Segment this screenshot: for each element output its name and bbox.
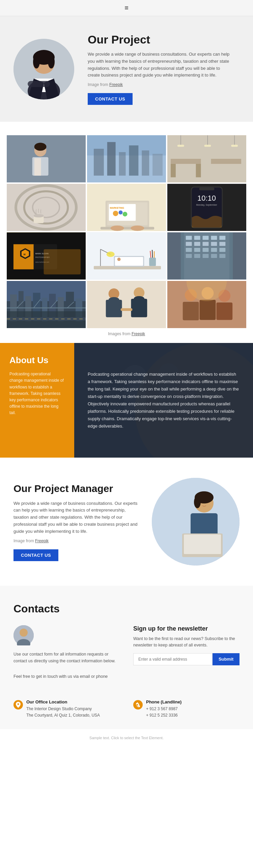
svg-rect-76	[149, 258, 156, 266]
svg-point-47	[123, 212, 128, 216]
svg-rect-83	[186, 236, 192, 240]
svg-rect-55	[199, 187, 215, 190]
gallery-freepik-link[interactable]: Freepik	[132, 331, 145, 336]
pm-contact-button[interactable]: CONTACT US	[13, 549, 58, 561]
location-icon	[13, 700, 23, 710]
about-section: About Us Podcasting operational change m…	[0, 343, 253, 458]
office-location-label: Our Office Location	[26, 699, 100, 704]
svg-point-75	[117, 258, 121, 261]
svg-point-14	[34, 143, 47, 151]
svg-rect-86	[211, 236, 217, 240]
svg-rect-99	[194, 254, 200, 258]
phone-label: Phone (Landline)	[146, 699, 181, 704]
pm-image-credit: Image from Freepik	[13, 539, 138, 543]
gallery-item	[7, 184, 86, 231]
svg-point-128	[134, 296, 144, 301]
svg-rect-88	[186, 242, 192, 246]
svg-rect-152	[184, 534, 221, 554]
svg-rect-132	[183, 302, 199, 320]
svg-rect-97	[219, 248, 225, 252]
office-location-line1: The Interior Design Studio Company	[26, 706, 100, 712]
newsletter-form: Submit	[133, 653, 240, 665]
newsletter-title: Sign up for the newsletter	[133, 625, 240, 632]
office-location-content: Our Office Location The Interior Design …	[26, 699, 100, 719]
svg-rect-25	[211, 159, 241, 164]
contacts-title: Contacts	[13, 603, 240, 615]
pm-title: Our Project Manager	[13, 483, 138, 495]
svg-rect-85	[203, 236, 209, 240]
svg-rect-90	[203, 242, 209, 246]
newsletter-email-input[interactable]	[133, 653, 213, 665]
phone-line1: + 912 3 567 8987	[146, 706, 181, 712]
about-orange-text: Podcasting operational change management…	[9, 371, 65, 416]
svg-point-153	[201, 501, 203, 503]
hero-contact-button[interactable]: CONTACT US	[88, 93, 133, 105]
svg-rect-26	[171, 164, 176, 177]
svg-point-125	[109, 297, 119, 302]
svg-rect-84	[194, 236, 200, 240]
newsletter-submit-button[interactable]: Submit	[213, 653, 240, 665]
freepik-link[interactable]: Freepik	[109, 82, 123, 87]
contacts-form-text-2: Feel free to get in touch with us via em…	[13, 673, 120, 680]
svg-rect-19	[119, 152, 126, 176]
svg-point-154	[205, 501, 207, 503]
gallery-item: M MARK SLOAN PHOTOGRAPHER www.marksloan.…	[7, 232, 86, 280]
svg-point-72	[107, 252, 115, 257]
contacts-right: Sign up for the newsletter Want to be th…	[133, 625, 240, 683]
gallery-grid: MARKETING 10:10	[7, 135, 246, 328]
svg-text:MARKETING: MARKETING	[110, 207, 124, 209]
contact-info-row: Our Office Location The Interior Design …	[13, 693, 240, 719]
gallery-section: MARKETING 10:10	[0, 122, 253, 343]
hero-title: Our Project	[88, 33, 233, 46]
svg-rect-89	[194, 242, 200, 246]
header: ≡	[0, 0, 253, 16]
svg-rect-17	[94, 149, 104, 176]
svg-point-49	[111, 226, 124, 231]
gallery-item	[167, 232, 246, 280]
svg-rect-9	[28, 81, 50, 87]
gallery-item: 10:10 Monday, September	[167, 184, 246, 231]
about-title: About Us	[9, 355, 65, 366]
svg-rect-27	[196, 164, 201, 177]
hero-image-credit: Image from Freepik	[88, 82, 233, 87]
contacts-grid: Use our contact form for all information…	[13, 625, 240, 683]
contacts-section: Contacts Use our contact form for all in…	[0, 586, 253, 729]
gallery-item	[7, 281, 86, 328]
gallery-credit: Images from Freepik	[7, 331, 246, 336]
svg-rect-101	[211, 254, 217, 258]
gallery-item	[167, 135, 246, 182]
menu-icon[interactable]: ≡	[124, 4, 129, 12]
svg-point-50	[131, 226, 144, 231]
svg-rect-48	[101, 227, 154, 230]
about-content: Podcasting operational change management…	[74, 343, 253, 458]
svg-rect-98	[186, 254, 192, 258]
pm-freepik-link[interactable]: Freepik	[35, 539, 49, 543]
svg-point-45	[113, 211, 118, 216]
footer-sample-text: Sample text. Click to select the Text El…	[0, 729, 253, 747]
pm-image	[152, 478, 240, 566]
gallery-item: MARKETING	[87, 184, 166, 231]
svg-rect-18	[107, 142, 116, 176]
phone-item: Phone (Landline) + 912 3 567 8987 + 912 …	[133, 699, 240, 719]
svg-rect-24	[171, 159, 201, 164]
hero-description: We provide a wide range of business cons…	[88, 51, 233, 79]
about-main-text: Podcasting operational change management…	[88, 371, 240, 430]
about-orange-box: About Us Podcasting operational change m…	[0, 343, 74, 458]
svg-point-5	[48, 55, 55, 68]
contacts-form-text-1: Use our contact form for all information…	[13, 651, 120, 664]
svg-rect-93	[186, 248, 192, 252]
svg-text:M: M	[24, 253, 26, 256]
svg-rect-29	[177, 145, 184, 147]
contacts-left: Use our contact form for all information…	[13, 625, 120, 683]
svg-text:10:10: 10:10	[197, 194, 216, 202]
svg-rect-20	[129, 145, 138, 176]
svg-rect-92	[219, 242, 225, 246]
svg-rect-67	[44, 249, 81, 274]
gallery-item	[167, 281, 246, 328]
phone-icon	[133, 700, 143, 710]
phone-line2: + 912 5 252 3336	[146, 712, 181, 719]
svg-rect-22	[152, 154, 163, 176]
svg-rect-94	[194, 248, 200, 252]
svg-point-4	[33, 55, 40, 68]
svg-text:Monday, September: Monday, September	[196, 204, 217, 206]
